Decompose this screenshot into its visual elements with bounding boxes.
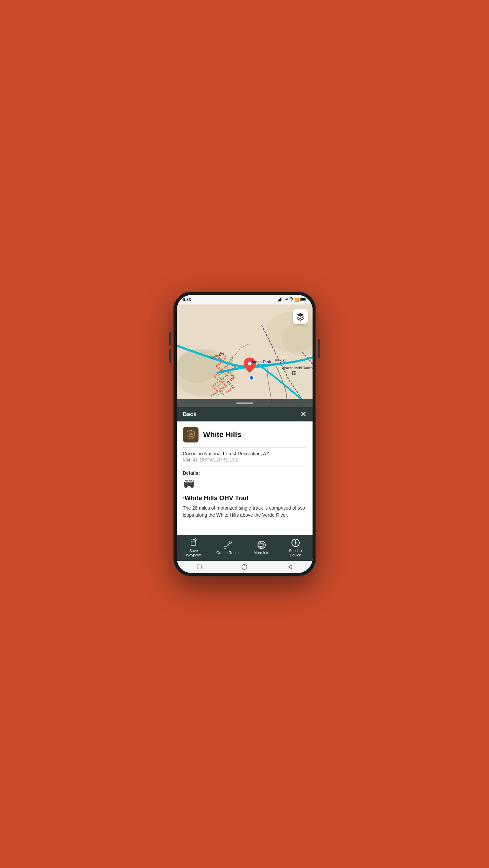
layers-button[interactable] bbox=[293, 309, 308, 324]
more-info-icon bbox=[257, 540, 266, 549]
svg-rect-57 bbox=[197, 565, 201, 569]
svg-rect-22 bbox=[292, 371, 296, 375]
svg-rect-3 bbox=[281, 297, 282, 301]
svg-point-49 bbox=[227, 544, 228, 545]
svg-point-38 bbox=[191, 486, 193, 487]
detail-header: Back ✕ bbox=[177, 407, 313, 421]
send-to-device-button[interactable]: Send toDevice bbox=[279, 535, 313, 561]
svg-point-18 bbox=[249, 376, 253, 380]
status-time: 9:33 bbox=[183, 297, 191, 302]
power-button[interactable] bbox=[318, 339, 320, 358]
battery-icon bbox=[300, 298, 306, 302]
svg-rect-9 bbox=[305, 299, 306, 300]
drag-handle-bar bbox=[236, 402, 253, 404]
svg-rect-25 bbox=[293, 373, 294, 374]
wifi-icon: 📶 bbox=[294, 298, 299, 302]
svg-text:Jones Tank: Jones Tank bbox=[251, 360, 271, 364]
svg-text:+: + bbox=[193, 538, 194, 541]
send-to-device-label: Send toDevice bbox=[289, 549, 302, 557]
svg-rect-2 bbox=[280, 298, 281, 301]
map-canvas: Cornville NF-120 Apache Maid Ranch Jones… bbox=[177, 304, 313, 407]
svg-text:FOREST: FOREST bbox=[188, 434, 192, 435]
android-square-button[interactable] bbox=[196, 564, 203, 570]
save-waypoint-button[interactable]: + SaveWaypoint bbox=[177, 535, 211, 561]
poi-icon: U·S FOREST SERVICE bbox=[183, 427, 199, 442]
svg-point-47 bbox=[224, 547, 226, 549]
create-route-icon bbox=[223, 540, 232, 549]
divider-2 bbox=[183, 467, 306, 467]
android-nav bbox=[177, 561, 313, 573]
volume-up-button[interactable] bbox=[169, 332, 171, 346]
poi-coords: N34° 41' 25.9" W111° 51' 13.2" bbox=[183, 458, 306, 462]
bottom-nav: + SaveWaypoint Create Route bbox=[177, 535, 313, 561]
svg-point-56 bbox=[295, 542, 296, 544]
status-bar: 9:33 ☍ 📶 bbox=[177, 295, 313, 304]
create-route-label: Create Route bbox=[217, 551, 239, 555]
svg-text:Apache Maid Ranch: Apache Maid Ranch bbox=[282, 366, 313, 370]
svg-text:NF-120: NF-120 bbox=[275, 358, 287, 362]
svg-rect-33 bbox=[185, 481, 188, 482]
svg-rect-26 bbox=[295, 373, 296, 374]
svg-rect-24 bbox=[295, 372, 296, 373]
waypoint-icon: + bbox=[189, 538, 198, 547]
status-icons: ☍ 📶 bbox=[278, 297, 306, 302]
poi-name: White Hills bbox=[203, 430, 241, 439]
details-label: Details: bbox=[183, 470, 306, 476]
close-button[interactable]: ✕ bbox=[300, 411, 306, 418]
svg-point-48 bbox=[229, 541, 231, 543]
more-info-button[interactable]: More Info bbox=[245, 535, 279, 561]
svg-point-36 bbox=[185, 486, 187, 487]
svg-text:U·S: U·S bbox=[189, 432, 192, 434]
detail-content[interactable]: U·S FOREST SERVICE White Hills Coconino … bbox=[177, 421, 313, 535]
svg-point-58 bbox=[242, 565, 247, 570]
save-waypoint-label: SaveWaypoint bbox=[186, 549, 201, 557]
svg-rect-23 bbox=[293, 372, 294, 373]
poi-header: U·S FOREST SERVICE White Hills bbox=[183, 427, 306, 442]
svg-rect-8 bbox=[301, 298, 305, 300]
svg-marker-59 bbox=[288, 565, 292, 569]
back-button[interactable]: Back bbox=[183, 411, 197, 418]
bluetooth-icon: ☍ bbox=[284, 298, 288, 302]
more-info-label: More Info bbox=[253, 551, 269, 555]
vehicle-icon bbox=[183, 478, 306, 490]
svg-text:SERVICE: SERVICE bbox=[188, 436, 193, 437]
android-home-button[interactable] bbox=[241, 564, 248, 570]
svg-rect-0 bbox=[278, 300, 279, 301]
poi-location: Coconino National Forest Recreation, AZ bbox=[183, 451, 306, 456]
location-icon bbox=[289, 297, 293, 302]
map-area[interactable]: Cornville NF-120 Apache Maid Ranch Jones… bbox=[177, 304, 313, 407]
trail-description: The 28 miles of motorized single-track i… bbox=[183, 505, 306, 519]
phone-screen: 9:33 ☍ 📶 bbox=[177, 295, 313, 573]
svg-rect-1 bbox=[279, 299, 280, 301]
trail-title: ·White Hills OHV Trail bbox=[183, 494, 306, 502]
phone-frame: 9:33 ☍ 📶 bbox=[173, 292, 316, 576]
divider-1 bbox=[183, 447, 306, 448]
android-back-button[interactable] bbox=[286, 564, 293, 570]
svg-point-12 bbox=[177, 349, 218, 383]
svg-point-5 bbox=[290, 298, 291, 299]
send-to-device-icon bbox=[291, 538, 300, 547]
svg-line-39 bbox=[193, 480, 194, 482]
drag-handle[interactable] bbox=[177, 399, 313, 407]
svg-rect-34 bbox=[189, 481, 192, 482]
volume-down-button[interactable] bbox=[169, 349, 171, 363]
create-route-button[interactable]: Create Route bbox=[211, 535, 245, 561]
signal-icon bbox=[278, 297, 283, 302]
